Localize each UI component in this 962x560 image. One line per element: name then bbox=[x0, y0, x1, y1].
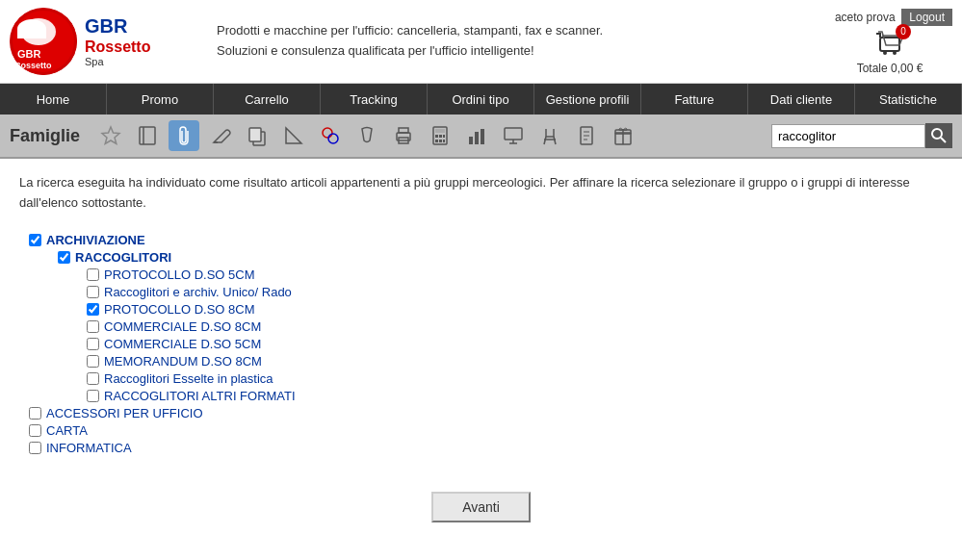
checkbox-archiviazione[interactable] bbox=[29, 234, 41, 246]
checkbox-unico[interactable] bbox=[87, 286, 99, 298]
category-tree: ARCHIVIAZIONE RACCOGLITORI PROTOCOLLO D.… bbox=[29, 233, 943, 455]
label-archiviazione[interactable]: ARCHIVIAZIONE bbox=[46, 233, 145, 247]
checkbox-proto5cm[interactable] bbox=[87, 268, 99, 281]
tree-item-archiviazione: ARCHIVIAZIONE bbox=[29, 233, 943, 247]
nav-gestione[interactable]: Gestione profili bbox=[534, 84, 641, 115]
label-comm5cm[interactable]: COMMERCIALE D.SO 5CM bbox=[104, 337, 261, 351]
logo-image: GBR Rossetto bbox=[10, 8, 77, 75]
checkbox-accessori[interactable] bbox=[29, 407, 41, 420]
nav-fatture[interactable]: Fatture bbox=[641, 84, 748, 115]
label-accessori[interactable]: ACCESSORI PER UFFICIO bbox=[46, 406, 203, 420]
logo-area: GBR Rossetto GBR Rossetto Spa bbox=[10, 8, 202, 75]
tagline: Prodotti e macchine per l'ufficio: cance… bbox=[202, 21, 827, 62]
svg-text:GBR: GBR bbox=[17, 48, 41, 60]
tagline-line1: Prodotti e macchine per l'ufficio: cance… bbox=[217, 21, 827, 41]
monitor-icon[interactable] bbox=[498, 120, 529, 151]
star-icon[interactable] bbox=[95, 120, 126, 151]
copy-icon[interactable] bbox=[242, 120, 273, 151]
nav-promo[interactable]: Promo bbox=[107, 84, 214, 115]
svg-point-16 bbox=[323, 128, 332, 138]
svg-rect-25 bbox=[443, 135, 445, 138]
nav-statistiche[interactable]: Statistiche bbox=[855, 84, 962, 115]
famiglie-label: Famiglie bbox=[10, 126, 80, 146]
tree-item-raccoglitori: RACCOGLITORI bbox=[58, 250, 943, 265]
checkbox-comm8cm[interactable] bbox=[87, 320, 99, 333]
tree-item-comm5cm: COMMERCIALE D.SO 5CM bbox=[87, 337, 943, 351]
user-info: aceto prova Logout bbox=[827, 9, 952, 26]
svg-rect-29 bbox=[469, 137, 473, 144]
label-informatica[interactable]: INFORMATICA bbox=[46, 441, 132, 455]
tree-item-proto8cm: PROTOCOLLO D.SO 8CM bbox=[87, 302, 943, 317]
nav-ordini[interactable]: Ordini tipo bbox=[428, 84, 534, 115]
label-carta[interactable]: CARTA bbox=[46, 423, 88, 438]
svg-rect-10 bbox=[140, 127, 155, 144]
svg-point-17 bbox=[328, 134, 338, 143]
search-icon bbox=[931, 128, 947, 143]
checkbox-raccoglitori[interactable] bbox=[58, 251, 70, 264]
svg-point-2 bbox=[21, 18, 56, 45]
checkbox-comm5cm[interactable] bbox=[87, 338, 99, 350]
document-icon[interactable] bbox=[571, 120, 602, 151]
nav-tracking[interactable]: Tracking bbox=[321, 84, 428, 115]
checkbox-memo8cm[interactable] bbox=[87, 355, 99, 368]
paint-icon[interactable] bbox=[315, 120, 346, 151]
top-right: aceto prova Logout 0 Totale 0,00 € bbox=[827, 9, 952, 75]
triangle-icon[interactable] bbox=[278, 120, 309, 151]
logo-gbr: GBR bbox=[85, 14, 150, 38]
avanti-button[interactable]: Avanti bbox=[431, 492, 531, 522]
search-input[interactable] bbox=[771, 124, 925, 148]
label-altri[interactable]: RACCOGLITORI ALTRI FORMATI bbox=[104, 389, 296, 403]
checkbox-informatica[interactable] bbox=[29, 442, 41, 454]
label-proto5cm[interactable]: PROTOCOLLO D.SO 5CM bbox=[104, 267, 255, 282]
checkbox-esselte[interactable] bbox=[87, 372, 99, 385]
gift-icon[interactable] bbox=[608, 120, 638, 151]
bucket-icon[interactable] bbox=[351, 120, 382, 151]
svg-rect-22 bbox=[435, 129, 445, 133]
nav-dati[interactable]: Dati cliente bbox=[748, 84, 855, 115]
cart-area[interactable]: 0 Totale 0,00 € bbox=[827, 30, 952, 75]
logo-text: GBR Rossetto Spa bbox=[85, 14, 150, 68]
nav-home[interactable]: Home bbox=[0, 84, 107, 115]
svg-rect-24 bbox=[439, 135, 442, 138]
pen-icon[interactable] bbox=[205, 120, 236, 151]
label-comm8cm[interactable]: COMMERCIALE D.SO 8CM bbox=[104, 319, 261, 334]
svg-rect-30 bbox=[475, 132, 479, 144]
search-button[interactable] bbox=[925, 123, 952, 148]
binder-icon[interactable] bbox=[132, 120, 163, 151]
printer-icon[interactable] bbox=[388, 120, 419, 151]
svg-line-36 bbox=[554, 137, 556, 144]
svg-rect-27 bbox=[439, 140, 442, 142]
tree-item-carta: CARTA bbox=[29, 423, 943, 438]
label-memo8cm[interactable]: MEMORANDUM D.SO 8CM bbox=[104, 354, 262, 369]
chair-icon[interactable] bbox=[534, 120, 565, 151]
chart-icon[interactable] bbox=[461, 120, 492, 151]
cart-badge: 0 bbox=[896, 24, 911, 39]
svg-rect-31 bbox=[481, 129, 484, 144]
bottom-bar: Avanti bbox=[0, 472, 962, 542]
nav-bar: Home Promo Carrello Tracking Ordini tipo… bbox=[0, 84, 962, 115]
svg-rect-28 bbox=[443, 140, 445, 142]
checkbox-altri[interactable] bbox=[87, 390, 99, 402]
nav-carrello[interactable]: Carrello bbox=[214, 84, 321, 115]
checkbox-proto8cm[interactable] bbox=[87, 303, 99, 316]
paperclip-icon[interactable] bbox=[169, 120, 199, 151]
svg-rect-19 bbox=[399, 128, 408, 133]
label-esselte[interactable]: Raccoglitori Esselte in plastica bbox=[104, 371, 273, 386]
label-proto8cm[interactable]: PROTOCOLLO D.SO 8CM bbox=[104, 302, 255, 317]
tree-item-proto5cm: PROTOCOLLO D.SO 5CM bbox=[87, 267, 943, 282]
svg-rect-32 bbox=[505, 128, 522, 140]
calculator-icon[interactable] bbox=[425, 120, 455, 151]
label-raccoglitori[interactable]: RACCOGLITORI bbox=[75, 250, 171, 265]
logo-spa: Spa bbox=[85, 56, 150, 68]
username: aceto prova bbox=[835, 11, 896, 24]
label-unico[interactable]: Raccoglitori e archiv. Unico/ Rado bbox=[104, 285, 292, 299]
raccoglitori-children: PROTOCOLLO D.SO 5CM Raccoglitori e archi… bbox=[87, 267, 943, 403]
logout-button[interactable]: Logout bbox=[901, 9, 952, 26]
svg-rect-23 bbox=[435, 135, 438, 138]
search-box bbox=[771, 123, 952, 148]
tree-item-comm8cm: COMMERCIALE D.SO 8CM bbox=[87, 319, 943, 334]
svg-rect-5 bbox=[880, 38, 899, 51]
checkbox-carta[interactable] bbox=[29, 424, 41, 437]
tree-item-esselte: Raccoglitori Esselte in plastica bbox=[87, 371, 943, 386]
cart-icon-wrap[interactable]: 0 bbox=[874, 30, 905, 60]
